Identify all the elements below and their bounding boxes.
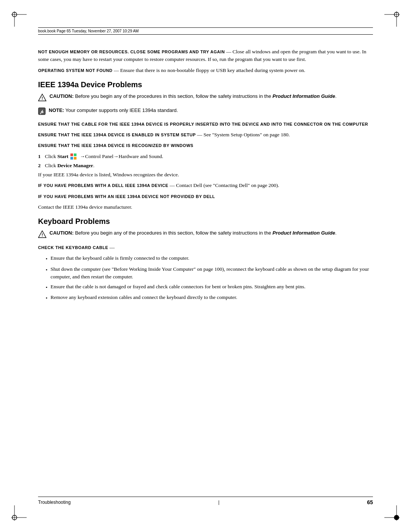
bullet-dot-1: • — [46, 255, 48, 263]
keyboard-caution-end: . — [335, 230, 337, 236]
ensure-cable-heading: Ensure that the cable for the IEEE 1394a… — [38, 122, 368, 126]
ensure-enabled-heading: Ensure that the IEEE 1394a device is ena… — [38, 133, 196, 137]
not-enough-memory-dash: — — [225, 49, 233, 54]
svg-text:!: ! — [41, 96, 43, 101]
footer-bar: Troubleshooting | 65 — [38, 497, 373, 505]
step2-end: . — [93, 163, 94, 168]
check-cable-heading-block: Check the keyboard cable — — [38, 244, 373, 251]
bullet-item-4: • Remove any keyboard extension cables a… — [46, 294, 373, 302]
not-enough-memory-heading: Not enough memory or resources. Close so… — [38, 50, 225, 54]
footer-separator: | — [218, 500, 219, 505]
keyboard-caution-box: ! CAUTION: Before you begin any of the p… — [38, 230, 373, 240]
keyboard-bullet-list: • Ensure that the keyboard cable is firm… — [46, 254, 373, 302]
bullet-item-2: • Shut down the computer (see "Before Wo… — [46, 265, 373, 281]
corner-mark-tr — [384, 11, 400, 27]
if-non-dell-body: Contact the IEEE 1394a device manufactur… — [38, 203, 373, 211]
ieee-caution-box: ! CAUTION: Before you begin any of the p… — [38, 93, 373, 103]
if-dell-problem-block: If you have problems with a Dell IEEE 13… — [38, 182, 373, 189]
note-label: NOTE: — [49, 107, 64, 113]
step2-device-manager: Device Manager — [57, 163, 93, 168]
operating-system-body: Ensure that there is no non-bootable flo… — [120, 67, 305, 73]
corner-mark-bl — [11, 505, 27, 521]
not-enough-memory-block: Not enough memory or resources. Close so… — [38, 48, 373, 64]
keyboard-caution-text: CAUTION: Before you begin any of the pro… — [49, 230, 336, 236]
note-icon: 𝓅 — [38, 107, 46, 117]
ensure-recognized-heading: Ensure that the IEEE 1394a device is rec… — [38, 143, 193, 148]
footer-left: Troubleshooting — [38, 500, 71, 505]
if-non-dell-heading: If you have problems with an IEEE 1394a … — [38, 194, 215, 199]
operating-system-block: Operating system not found — Ensure that… — [38, 67, 373, 74]
bullet-item-1: • Ensure that the keyboard cable is firm… — [46, 254, 373, 263]
operating-system-dash: — — [113, 67, 120, 73]
note-body: Your computer supports only IEEE 1394a s… — [65, 107, 178, 113]
ieee-note-box: 𝓅 NOTE: Your computer supports only IEEE… — [38, 107, 373, 117]
step2-text: Click — [45, 163, 57, 168]
ensure-cable-block: Ensure that the cable for the IEEE 1394a… — [38, 120, 373, 128]
page: book.book Page 65 Tuesday, November 27, … — [0, 0, 411, 532]
main-content: Not enough memory or resources. Close so… — [38, 42, 373, 490]
footer-page-number: 65 — [367, 499, 373, 505]
step1-start-label: Start — [57, 153, 68, 159]
step-2-num: 2 — [38, 162, 43, 169]
keyboard-heading: Keyboard Problems — [38, 217, 373, 226]
step-1-num: 1 — [38, 153, 43, 160]
step-1: 1 Click Start →Control Panel→Hardware an… — [38, 153, 373, 160]
ensure-enabled-dash: — — [196, 132, 203, 137]
if-dell-heading: If you have problems with a Dell IEEE 13… — [38, 183, 168, 188]
step-1-text: Click Start →Control Panel→Hardware and … — [45, 153, 163, 160]
if-non-dell-block: If you have problems with an IEEE 1394a … — [38, 193, 373, 200]
header-text: book.book Page 65 Tuesday, November 27, … — [38, 29, 139, 33]
keyboard-section: Keyboard Problems ! CAUTION: Before you … — [38, 217, 373, 302]
svg-rect-16 — [74, 153, 76, 156]
ensure-enabled-body: See "System Setup Options" on page 180. — [204, 132, 290, 137]
corner-mark-br — [384, 505, 400, 521]
if-dell-body: Contact Dell (see "Contacting Dell" on p… — [176, 182, 279, 188]
ensure-recognized-block: Ensure that the IEEE 1394a device is rec… — [38, 142, 373, 149]
svg-rect-18 — [74, 157, 76, 160]
ieee-section: IEEE 1394a Device Problems ! CAUTION: Be… — [38, 80, 373, 211]
step1-after: →Control Panel→Hardware and Sound. — [79, 153, 163, 159]
bullet-text-3: Ensure that the cable is not damaged or … — [51, 283, 306, 291]
svg-text:!: ! — [41, 233, 43, 237]
bullet-item-3: • Ensure that the cable is not damaged o… — [46, 283, 373, 291]
svg-rect-17 — [70, 157, 73, 160]
bullet-dot-4: • — [46, 294, 48, 302]
ieee-caution-text: CAUTION: Before you begin any of the pro… — [49, 93, 336, 100]
operating-system-heading: Operating system not found — [38, 68, 113, 73]
caution-end: . — [335, 93, 337, 99]
caution-icon: ! — [38, 93, 46, 103]
step1-before: Click — [45, 153, 57, 159]
check-cable-dash: — — [108, 244, 115, 250]
step-2-text: Click Device Manager. — [45, 162, 94, 169]
corner-mark-tl — [11, 11, 27, 27]
ieee-heading: IEEE 1394a Device Problems — [38, 80, 373, 89]
bullet-text-2: Shut down the computer (see "Before Work… — [51, 265, 373, 281]
keyboard-caution-italic: Product Information Guide — [272, 230, 335, 236]
if-dell-dash: — — [168, 182, 176, 188]
bullet-text-4: Remove any keyboard extension cables and… — [51, 294, 237, 302]
after-steps: If your IEEE 1394a device is listed, Win… — [38, 171, 373, 179]
svg-rect-15 — [70, 153, 73, 156]
keyboard-caution-label: CAUTION: — [49, 230, 74, 236]
caution-italic: Product Information Guide — [272, 93, 335, 99]
caution-label: CAUTION: — [49, 93, 74, 99]
keyboard-caution-icon: ! — [38, 230, 46, 240]
windows-logo-icon — [70, 153, 76, 160]
header-bar: book.book Page 65 Tuesday, November 27, … — [38, 27, 373, 35]
ensure-enabled-block: Ensure that the IEEE 1394a device is ena… — [38, 131, 373, 139]
caution-body: Before you begin any of the procedures i… — [75, 93, 272, 99]
bullet-text-1: Ensure that the keyboard cable is firmly… — [51, 254, 190, 263]
keyboard-caution-body: Before you begin any of the procedures i… — [75, 230, 272, 236]
check-cable-heading: Check the keyboard cable — [38, 245, 108, 250]
step-2: 2 Click Device Manager. — [38, 162, 373, 169]
bullet-dot-2: • — [46, 266, 48, 281]
bullet-dot-3: • — [46, 284, 48, 291]
ieee-note-text: NOTE: Your computer supports only IEEE 1… — [49, 107, 178, 114]
